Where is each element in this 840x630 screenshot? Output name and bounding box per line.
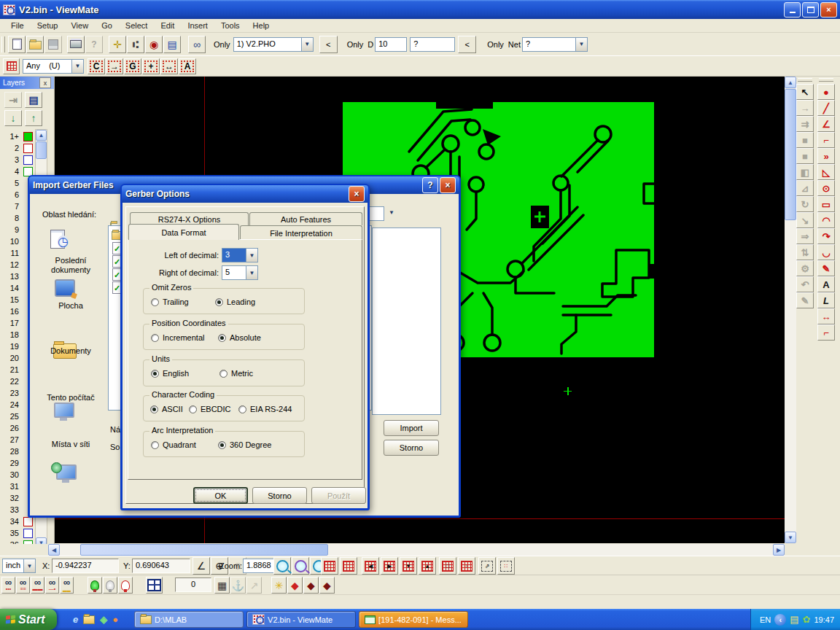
left-of-decimal-combo[interactable]: 3 ▼ — [222, 248, 258, 262]
import-button[interactable]: Import — [384, 420, 439, 436]
scroll-thumb[interactable] — [785, 89, 796, 220]
scroll-thumb[interactable] — [36, 141, 47, 159]
pan-down-icon[interactable]: ▼ — [400, 557, 417, 575]
net-combo[interactable]: ? ▼ — [522, 37, 588, 52]
right-of-decimal-combo[interactable]: 5 ▼ — [222, 265, 258, 280]
place-label[interactable]: Místa v síti — [34, 440, 107, 448]
view-traces-icon[interactable]: ∞—• — [45, 577, 59, 594]
zoom-film-icon[interactable]: □ — [439, 557, 456, 575]
close-icon[interactable]: × — [440, 177, 456, 193]
select-all-icon[interactable]: A — [179, 58, 196, 74]
aperture-type-combo[interactable]: Any (U) ▼ — [23, 59, 84, 74]
draw-outline-icon[interactable]: ⌐ — [817, 132, 835, 148]
start-button[interactable]: Start — [0, 609, 57, 630]
trailing-radio[interactable] — [151, 298, 159, 306]
draw-curve-icon[interactable]: ↷ — [817, 228, 835, 244]
menu-insert[interactable]: Insert — [181, 20, 214, 31]
layer-color-swatch[interactable] — [23, 517, 33, 526]
recent-documents-item[interactable]: ◷ — [50, 230, 65, 249]
layer-color-swatch[interactable] — [23, 529, 33, 538]
english-radio[interactable] — [151, 370, 159, 378]
taskbar-item-2[interactable]: V2.bin - ViewMate — [246, 611, 356, 628]
ie-quicklaunch-icon[interactable]: e — [73, 614, 78, 625]
layer-move-up-icon[interactable]: ↑ — [25, 110, 42, 126]
draw-dimension-icon[interactable]: L — [817, 292, 835, 308]
menu-view[interactable]: View — [64, 20, 95, 31]
place-label[interactable]: dokumenty — [34, 265, 107, 274]
view-highlight-icon[interactable]: ∞▂▂ — [60, 577, 74, 594]
ebcdic-radio[interactable] — [189, 405, 197, 413]
deg360-radio[interactable] — [218, 441, 226, 449]
dcode-input[interactable]: 10 — [375, 37, 407, 52]
tray-card-icon[interactable]: ▤ — [790, 614, 798, 625]
menu-setup[interactable]: Setup — [31, 20, 65, 31]
chevron-down-icon[interactable]: ▼ — [389, 209, 394, 216]
network-item[interactable] — [56, 464, 77, 480]
chevron-down-icon[interactable]: ▼ — [246, 248, 258, 262]
menu-go[interactable]: Go — [95, 20, 119, 31]
menu-tools[interactable]: Tools — [214, 20, 246, 31]
open-folder-icon[interactable] — [26, 36, 44, 53]
pad-dark-icon[interactable]: ◆ — [303, 577, 319, 594]
toolbar-grip[interactable] — [1, 36, 5, 52]
angle-measure-icon[interactable]: ∠ — [192, 557, 210, 575]
canvas-hscrollbar[interactable]: ◀ ▶ — [48, 544, 785, 556]
taskbar-item-1[interactable]: D:\MLAB — [134, 611, 244, 628]
film-highlight-icon[interactable]: ◉ — [145, 36, 163, 53]
inspect-measure-icon[interactable]: ∞ — [188, 36, 206, 53]
taskbar-item-3[interactable]: [191-482-091] - Mess... — [359, 611, 468, 628]
select-window-icon[interactable]: ∷ — [497, 557, 515, 575]
select-components-icon[interactable]: C — [88, 58, 105, 74]
save-icon[interactable] — [44, 36, 62, 53]
place-label[interactable]: Plocha — [34, 301, 107, 310]
measure-width-icon[interactable]: ↔ — [817, 308, 835, 324]
film-colors-icon[interactable]: ▤ — [163, 36, 181, 53]
view-pads-icon[interactable]: ∞▬▬ — [31, 577, 44, 594]
scroll-right-icon[interactable]: ▶ — [773, 544, 785, 556]
menu-help[interactable]: Help — [246, 20, 276, 31]
layer-color-swatch[interactable] — [23, 144, 33, 153]
tray-collapse-icon[interactable]: ‹ — [774, 614, 786, 626]
ascii-radio[interactable] — [150, 405, 158, 413]
select-pads-icon[interactable]: + — [142, 58, 160, 74]
draw-corner-icon[interactable]: ⌐ — [817, 324, 835, 341]
canvas-vscrollbar[interactable]: ▲ ▼ — [785, 77, 796, 543]
green-app-quicklaunch-icon[interactable]: ◈ — [100, 614, 107, 625]
context-help-icon[interactable]: ? — [85, 36, 103, 53]
zoom-in-icon[interactable] — [273, 557, 291, 575]
grid-value-input[interactable]: 0 — [175, 578, 211, 592]
chevron-down-icon[interactable]: ▼ — [71, 59, 84, 74]
menu-select[interactable]: Select — [119, 20, 155, 31]
leading-radio[interactable] — [215, 298, 223, 306]
quadrant-radio[interactable] — [151, 441, 159, 449]
draw-arc-icon[interactable]: ◠ — [817, 212, 835, 228]
scroll-up-icon[interactable]: ▲ — [36, 130, 47, 141]
view-film-icon[interactable] — [321, 557, 338, 575]
chevron-down-icon[interactable]: ▼ — [575, 37, 588, 52]
draw-triangle-icon[interactable]: ◺ — [817, 164, 835, 180]
pan-up-icon[interactable]: ▲ — [419, 557, 436, 575]
layers-outline-icon[interactable] — [118, 577, 133, 594]
prev-dcode-button[interactable]: < — [319, 36, 338, 53]
draw-circle-icon[interactable]: ⊙ — [817, 180, 835, 196]
layer-color-swatch[interactable] — [23, 132, 33, 141]
selection-mode-icon[interactable] — [3, 58, 20, 74]
scroll-left-icon[interactable]: ◀ — [48, 544, 60, 556]
chevron-down-icon[interactable]: ▼ — [23, 559, 36, 573]
import-cancel-button[interactable]: Storno — [384, 440, 439, 456]
eia-rs244-radio[interactable] — [238, 405, 246, 413]
layers-off-icon[interactable] — [103, 577, 117, 594]
prev-net-button[interactable]: < — [458, 36, 476, 53]
draw-arc2-icon[interactable]: ◡ — [817, 244, 835, 260]
minimize-button[interactable] — [784, 2, 801, 18]
place-label[interactable]: Dokumenty — [34, 346, 107, 355]
print-icon[interactable] — [67, 36, 85, 53]
snap-grid-icon[interactable]: ▦ — [214, 577, 230, 594]
select-cursor-icon[interactable]: ↖ — [796, 84, 814, 100]
select-flashes-icon[interactable]: ↔ — [160, 58, 178, 74]
menu-file[interactable]: File — [4, 20, 31, 31]
ok-button[interactable]: OK — [193, 487, 248, 504]
tray-messenger-icon[interactable]: ✿ — [803, 614, 811, 625]
restore-button[interactable] — [802, 2, 819, 18]
dcode-tools-icon[interactable]: ⑆ — [127, 36, 144, 53]
